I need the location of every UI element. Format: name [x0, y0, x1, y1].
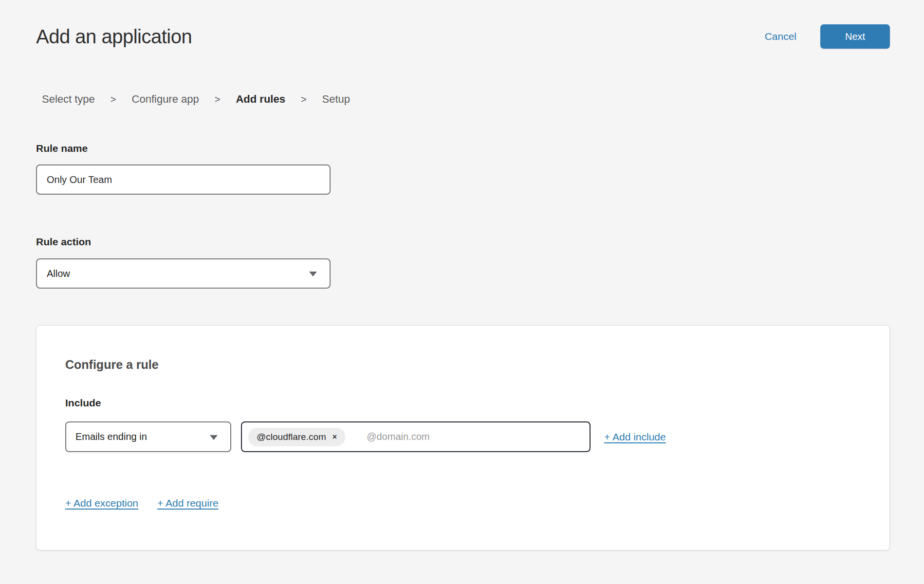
page-title: Add an application	[36, 26, 192, 48]
configure-rule-card: Configure a rule Include Emails ending i…	[36, 325, 890, 550]
include-rule-row: Emails ending in @cloudflare.com × + Add…	[65, 421, 861, 452]
breadcrumb-separator: >	[111, 94, 116, 105]
rule-action-select[interactable]: Allow	[36, 258, 331, 289]
chevron-down-icon	[210, 435, 218, 440]
email-domain-chip: @cloudflare.com ×	[248, 428, 345, 446]
breadcrumb: Select type > Configure app > Add rules …	[42, 93, 924, 106]
breadcrumb-step-add-rules: Add rules	[236, 93, 285, 106]
cancel-button[interactable]: Cancel	[765, 31, 796, 42]
add-require-link[interactable]: + Add require	[157, 497, 219, 509]
page-header: Add an application Cancel Next	[0, 0, 924, 49]
add-exception-link[interactable]: + Add exception	[65, 497, 138, 509]
include-label: Include	[65, 397, 861, 409]
breadcrumb-separator: >	[301, 94, 307, 105]
chevron-down-icon	[309, 272, 317, 276]
include-criteria-selected-value: Emails ending in	[75, 431, 147, 442]
rule-name-input[interactable]	[36, 164, 331, 195]
breadcrumb-separator: >	[215, 94, 221, 105]
rule-action-label: Rule action	[36, 236, 890, 248]
header-actions: Cancel Next	[765, 24, 890, 49]
close-icon[interactable]: ×	[333, 433, 337, 441]
email-domain-chip-label: @cloudflare.com	[257, 432, 326, 442]
email-domains-multiselect[interactable]: @cloudflare.com ×	[241, 421, 591, 452]
add-include-link[interactable]: + Add include	[604, 431, 666, 443]
email-domain-input[interactable]	[345, 431, 583, 442]
include-criteria-select[interactable]: Emails ending in	[65, 421, 231, 452]
rule-card-title: Configure a rule	[65, 358, 861, 372]
main-content: Rule name Rule action Allow Configure a …	[0, 143, 924, 550]
breadcrumb-step-setup[interactable]: Setup	[322, 93, 351, 106]
breadcrumb-step-configure-app[interactable]: Configure app	[132, 93, 199, 106]
rule-name-label: Rule name	[36, 143, 890, 154]
rule-card-links: + Add exception + Add require	[65, 497, 861, 509]
breadcrumb-step-select-type[interactable]: Select type	[42, 93, 95, 106]
next-button[interactable]: Next	[820, 24, 890, 49]
rule-action-selected-value: Allow	[47, 268, 70, 279]
